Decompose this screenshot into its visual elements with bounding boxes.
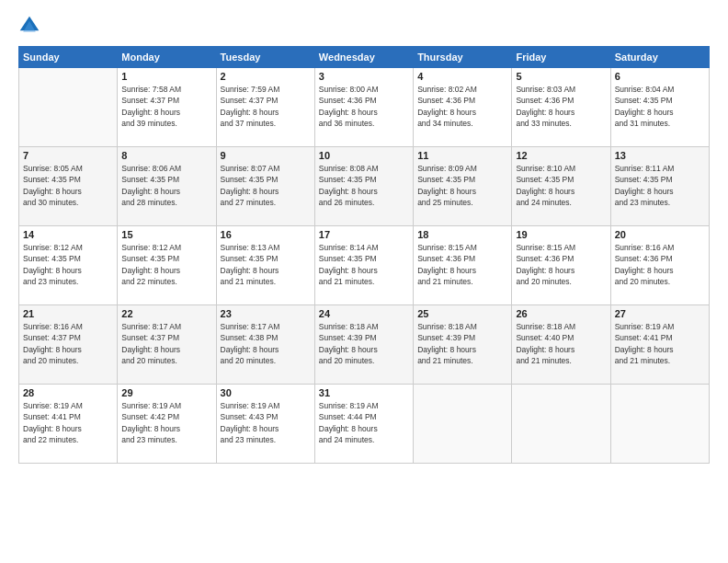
day-number: 15 — [121, 229, 211, 240]
header — [18, 15, 710, 37]
day-info: Sunrise: 8:02 AMSunset: 4:36 PMDaylight:… — [417, 84, 507, 129]
day-info: Sunrise: 8:04 AMSunset: 4:35 PMDaylight:… — [615, 84, 705, 129]
day-info: Sunrise: 7:58 AMSunset: 4:37 PMDaylight:… — [121, 84, 211, 129]
day-number: 20 — [615, 229, 705, 240]
day-number: 8 — [121, 150, 211, 161]
day-number: 19 — [516, 229, 606, 240]
day-info: Sunrise: 8:19 AMSunset: 4:42 PMDaylight:… — [121, 400, 211, 445]
header-day-tuesday: Tuesday — [216, 47, 314, 68]
day-cell: 15Sunrise: 8:12 AMSunset: 4:35 PMDayligh… — [118, 226, 216, 305]
day-cell: 21Sunrise: 8:16 AMSunset: 4:37 PMDayligh… — [19, 305, 118, 385]
logo-icon — [18, 15, 40, 37]
day-cell: 18Sunrise: 8:15 AMSunset: 4:36 PMDayligh… — [414, 226, 512, 305]
day-number: 26 — [516, 308, 606, 319]
day-cell — [512, 385, 610, 464]
day-cell: 16Sunrise: 8:13 AMSunset: 4:35 PMDayligh… — [216, 226, 314, 305]
week-row-2: 7Sunrise: 8:05 AMSunset: 4:35 PMDaylight… — [19, 147, 710, 226]
day-cell: 11Sunrise: 8:09 AMSunset: 4:35 PMDayligh… — [414, 147, 512, 226]
day-info: Sunrise: 8:18 AMSunset: 4:39 PMDaylight:… — [417, 321, 507, 366]
day-info: Sunrise: 8:00 AMSunset: 4:36 PMDaylight:… — [319, 84, 409, 129]
day-info: Sunrise: 8:09 AMSunset: 4:35 PMDaylight:… — [417, 163, 507, 208]
logo — [18, 15, 44, 37]
day-number: 13 — [615, 150, 705, 161]
day-info: Sunrise: 8:16 AMSunset: 4:36 PMDaylight:… — [615, 242, 705, 287]
day-info: Sunrise: 8:11 AMSunset: 4:35 PMDaylight:… — [615, 163, 705, 208]
day-cell: 6Sunrise: 8:04 AMSunset: 4:35 PMDaylight… — [610, 68, 709, 147]
day-info: Sunrise: 8:06 AMSunset: 4:35 PMDaylight:… — [121, 163, 211, 208]
day-cell: 23Sunrise: 8:17 AMSunset: 4:38 PMDayligh… — [216, 305, 314, 385]
day-info: Sunrise: 8:19 AMSunset: 4:41 PMDaylight:… — [615, 321, 705, 366]
day-info: Sunrise: 8:05 AMSunset: 4:35 PMDaylight:… — [23, 163, 113, 208]
day-cell: 3Sunrise: 8:00 AMSunset: 4:36 PMDaylight… — [314, 68, 413, 147]
day-cell: 30Sunrise: 8:19 AMSunset: 4:43 PMDayligh… — [216, 385, 314, 464]
day-info: Sunrise: 8:17 AMSunset: 4:38 PMDaylight:… — [221, 321, 311, 366]
day-info: Sunrise: 8:19 AMSunset: 4:43 PMDaylight:… — [221, 400, 311, 445]
day-info: Sunrise: 8:14 AMSunset: 4:35 PMDaylight:… — [319, 242, 409, 287]
day-info: Sunrise: 8:16 AMSunset: 4:37 PMDaylight:… — [23, 321, 113, 366]
day-number: 4 — [417, 71, 507, 82]
week-row-1: 1Sunrise: 7:58 AMSunset: 4:37 PMDaylight… — [19, 68, 710, 147]
day-number: 21 — [23, 308, 113, 319]
day-info: Sunrise: 8:07 AMSunset: 4:35 PMDaylight:… — [221, 163, 311, 208]
day-number: 14 — [23, 229, 113, 240]
day-number: 28 — [23, 387, 113, 398]
day-cell: 31Sunrise: 8:19 AMSunset: 4:44 PMDayligh… — [314, 385, 413, 464]
day-info: Sunrise: 8:18 AMSunset: 4:40 PMDaylight:… — [516, 321, 606, 366]
header-day-wednesday: Wednesday — [314, 47, 413, 68]
day-cell: 17Sunrise: 8:14 AMSunset: 4:35 PMDayligh… — [314, 226, 413, 305]
day-info: Sunrise: 8:03 AMSunset: 4:36 PMDaylight:… — [516, 84, 606, 129]
week-row-3: 14Sunrise: 8:12 AMSunset: 4:35 PMDayligh… — [19, 226, 710, 305]
day-cell — [414, 385, 512, 464]
day-cell: 27Sunrise: 8:19 AMSunset: 4:41 PMDayligh… — [610, 305, 709, 385]
day-number: 24 — [319, 308, 409, 319]
day-number: 7 — [23, 150, 113, 161]
day-info: Sunrise: 8:19 AMSunset: 4:44 PMDaylight:… — [319, 400, 409, 445]
day-info: Sunrise: 8:13 AMSunset: 4:35 PMDaylight:… — [221, 242, 311, 287]
day-cell: 10Sunrise: 8:08 AMSunset: 4:35 PMDayligh… — [314, 147, 413, 226]
header-day-saturday: Saturday — [610, 47, 709, 68]
day-number: 31 — [319, 387, 409, 398]
day-cell — [19, 68, 118, 147]
day-cell: 22Sunrise: 8:17 AMSunset: 4:37 PMDayligh… — [118, 305, 216, 385]
day-number: 12 — [516, 150, 606, 161]
day-cell: 12Sunrise: 8:10 AMSunset: 4:35 PMDayligh… — [512, 147, 610, 226]
day-cell: 29Sunrise: 8:19 AMSunset: 4:42 PMDayligh… — [118, 385, 216, 464]
day-info: Sunrise: 8:15 AMSunset: 4:36 PMDaylight:… — [516, 242, 606, 287]
day-number: 11 — [417, 150, 507, 161]
day-cell: 24Sunrise: 8:18 AMSunset: 4:39 PMDayligh… — [314, 305, 413, 385]
day-cell: 19Sunrise: 8:15 AMSunset: 4:36 PMDayligh… — [512, 226, 610, 305]
day-number: 1 — [121, 71, 211, 82]
day-number: 9 — [221, 150, 311, 161]
day-cell: 26Sunrise: 8:18 AMSunset: 4:40 PMDayligh… — [512, 305, 610, 385]
day-cell: 7Sunrise: 8:05 AMSunset: 4:35 PMDaylight… — [19, 147, 118, 226]
day-cell: 2Sunrise: 7:59 AMSunset: 4:37 PMDaylight… — [216, 68, 314, 147]
header-day-monday: Monday — [118, 47, 216, 68]
day-cell: 13Sunrise: 8:11 AMSunset: 4:35 PMDayligh… — [610, 147, 709, 226]
day-info: Sunrise: 8:12 AMSunset: 4:35 PMDaylight:… — [121, 242, 211, 287]
day-info: Sunrise: 8:18 AMSunset: 4:39 PMDaylight:… — [319, 321, 409, 366]
header-day-friday: Friday — [512, 47, 610, 68]
day-cell: 14Sunrise: 8:12 AMSunset: 4:35 PMDayligh… — [19, 226, 118, 305]
day-info: Sunrise: 8:08 AMSunset: 4:35 PMDaylight:… — [319, 163, 409, 208]
day-number: 25 — [417, 308, 507, 319]
day-info: Sunrise: 7:59 AMSunset: 4:37 PMDaylight:… — [221, 84, 311, 129]
day-number: 17 — [319, 229, 409, 240]
day-number: 22 — [121, 308, 211, 319]
day-cell: 4Sunrise: 8:02 AMSunset: 4:36 PMDaylight… — [414, 68, 512, 147]
day-number: 10 — [319, 150, 409, 161]
day-number: 30 — [221, 387, 311, 398]
day-cell: 1Sunrise: 7:58 AMSunset: 4:37 PMDaylight… — [118, 68, 216, 147]
day-number: 27 — [615, 308, 705, 319]
day-cell: 5Sunrise: 8:03 AMSunset: 4:36 PMDaylight… — [512, 68, 610, 147]
day-number: 16 — [221, 229, 311, 240]
day-cell: 25Sunrise: 8:18 AMSunset: 4:39 PMDayligh… — [414, 305, 512, 385]
day-cell: 28Sunrise: 8:19 AMSunset: 4:41 PMDayligh… — [19, 385, 118, 464]
week-row-5: 28Sunrise: 8:19 AMSunset: 4:41 PMDayligh… — [19, 385, 710, 464]
day-info: Sunrise: 8:17 AMSunset: 4:37 PMDaylight:… — [121, 321, 211, 366]
day-info: Sunrise: 8:12 AMSunset: 4:35 PMDaylight:… — [23, 242, 113, 287]
day-info: Sunrise: 8:15 AMSunset: 4:36 PMDaylight:… — [417, 242, 507, 287]
day-number: 3 — [319, 71, 409, 82]
header-row: SundayMondayTuesdayWednesdayThursdayFrid… — [19, 47, 710, 68]
day-info: Sunrise: 8:10 AMSunset: 4:35 PMDaylight:… — [516, 163, 606, 208]
day-number: 6 — [615, 71, 705, 82]
